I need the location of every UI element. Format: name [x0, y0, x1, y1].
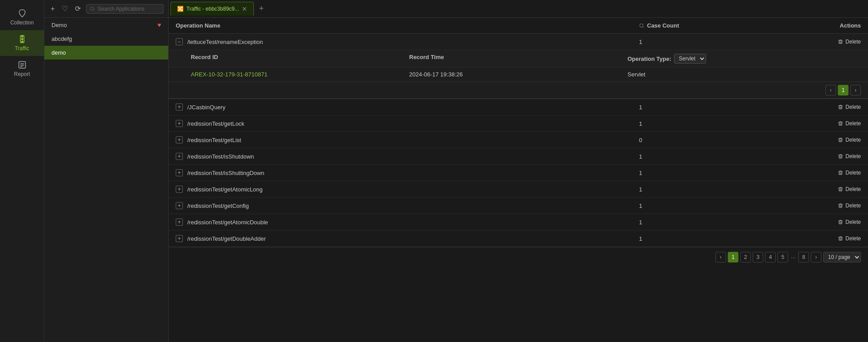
- nav-item-demo-active[interactable]: demo: [44, 46, 168, 60]
- next-page-button[interactable]: ›: [811, 252, 821, 262]
- expanded-delete-label: Delete: [845, 39, 861, 45]
- row-delete-button[interactable]: Delete: [728, 235, 861, 242]
- table-row[interactable]: + /redissionTest/getList 0 Delete: [169, 132, 868, 148]
- table-row[interactable]: + /redissionTest/getAtomicDouble 1 Delet…: [169, 214, 868, 231]
- favorite-button[interactable]: ♡: [60, 4, 70, 14]
- traffic-icon: [18, 35, 27, 44]
- page-5-button[interactable]: 5: [777, 252, 788, 262]
- tab-bar: 🔀 Traffic - ebbc3b89c9... ✕ +: [169, 0, 868, 18]
- table-row[interactable]: + /redissionTest/getAtomicLong 1 Delete: [169, 181, 868, 198]
- row-delete-button[interactable]: Delete: [728, 137, 861, 143]
- row-delete-button[interactable]: Delete: [728, 219, 861, 225]
- trash-icon: [838, 236, 843, 241]
- expand-button[interactable]: +: [176, 186, 183, 193]
- tab-icon: 🔀: [177, 6, 184, 12]
- row-operation-cell: + /redissionTest/getAtomicLong: [176, 186, 639, 193]
- sidebar-item-collection[interactable]: Collection: [0, 4, 44, 30]
- record-id-link[interactable]: AREX-10-32-179-31-8710871: [191, 71, 409, 78]
- expand-button[interactable]: +: [176, 219, 183, 226]
- page-4-button[interactable]: 4: [765, 252, 776, 262]
- sidebar-report-label: Report: [14, 71, 30, 77]
- svg-rect-4: [19, 62, 25, 68]
- nav-demo-active-label: demo: [51, 49, 66, 56]
- row-case-count: 1: [639, 203, 728, 209]
- sidebar-item-report[interactable]: Report: [0, 56, 44, 82]
- inner-table-header: Record ID Record Time Operation Type: Se…: [169, 50, 868, 68]
- row-delete-label: Delete: [845, 219, 861, 225]
- svg-point-8: [91, 7, 94, 10]
- sidebar-collection-label: Collection: [10, 20, 34, 26]
- trash-icon: [838, 170, 843, 175]
- th-actions: Actions: [728, 22, 861, 29]
- tab-add-button[interactable]: +: [256, 4, 268, 13]
- table-row[interactable]: + /JCasbinQuery 1 Delete: [169, 99, 868, 115]
- row-delete-button[interactable]: Delete: [728, 203, 861, 209]
- page-2-button[interactable]: 2: [740, 252, 751, 262]
- per-page-select[interactable]: 10 / page 20 / page 50 / page: [823, 252, 861, 262]
- row-case-count: 0: [639, 137, 728, 143]
- row-delete-button[interactable]: Delete: [728, 104, 861, 110]
- inner-prev-page[interactable]: ‹: [825, 85, 836, 95]
- th-case: Case Count: [639, 22, 728, 29]
- collapse-button[interactable]: −: [176, 38, 183, 45]
- table-row[interactable]: + /redissionTest/getLock 1 Delete: [169, 115, 868, 132]
- trash-icon: [838, 154, 843, 159]
- prev-page-button[interactable]: ‹: [715, 252, 726, 262]
- sidebar: Collection Traffic Report: [0, 0, 44, 342]
- inner-table: Record ID Record Time Operation Type: Se…: [169, 50, 868, 99]
- tab-close-button[interactable]: ✕: [242, 6, 247, 12]
- inner-pagination: ‹ 1 ›: [169, 82, 868, 99]
- inner-next-page[interactable]: ›: [850, 85, 861, 95]
- row-delete-button[interactable]: Delete: [728, 153, 861, 159]
- row-case-count: 1: [639, 104, 728, 111]
- row-delete-label: Delete: [845, 203, 861, 209]
- nav-item-demo[interactable]: Demo ♥: [44, 18, 168, 32]
- expand-button[interactable]: +: [176, 103, 183, 111]
- table-row[interactable]: + /redissionTest/isShuttingDown 1 Delete: [169, 165, 868, 181]
- inner-table-row: AREX-10-32-179-31-8710871 2024-06-17 19:…: [169, 68, 868, 82]
- add-button[interactable]: +: [49, 4, 56, 14]
- inner-page-1[interactable]: 1: [838, 85, 848, 95]
- search-box: [86, 4, 164, 14]
- search-input[interactable]: [98, 6, 160, 12]
- favorite-icon: ♥: [158, 21, 161, 28]
- nav-demo-label: Demo: [51, 22, 67, 28]
- expanded-delete-button[interactable]: Delete: [728, 39, 861, 45]
- svg-point-10: [640, 24, 643, 27]
- operation-type-select[interactable]: Servlet HTTP Dubbo: [674, 54, 706, 64]
- trash-icon: [838, 39, 843, 44]
- row-delete-label: Delete: [845, 137, 861, 143]
- row-delete-button[interactable]: Delete: [728, 170, 861, 176]
- table-rows: + /JCasbinQuery 1 Delete + /redissionTes…: [169, 99, 868, 247]
- main-pagination: ‹ 1 2 3 4 5 ··· 8 › 10 / page 20 / page …: [169, 247, 868, 267]
- nav-item-abcdefg[interactable]: abcdefg: [44, 32, 168, 46]
- page-3-button[interactable]: 3: [753, 252, 763, 262]
- table-row[interactable]: + /redissionTest/getDoubleAdder 1 Delete: [169, 231, 868, 247]
- row-operation-name: /redissionTest/getAtomicLong: [187, 186, 263, 193]
- refresh-button[interactable]: ⟳: [73, 4, 83, 14]
- row-delete-button[interactable]: Delete: [728, 186, 861, 192]
- expand-button[interactable]: +: [176, 202, 183, 209]
- table-row[interactable]: + /redissionTest/getConfig 1 Delete: [169, 198, 868, 214]
- sidebar-item-traffic[interactable]: Traffic: [0, 30, 44, 56]
- expand-button[interactable]: +: [176, 235, 183, 242]
- table-row[interactable]: + /redissionTest/isShutdown 1 Delete: [169, 148, 868, 165]
- row-delete-label: Delete: [845, 235, 861, 242]
- row-delete-label: Delete: [845, 153, 861, 159]
- search-case-icon: [639, 23, 644, 28]
- table-area: Operation Name Case Count Actions − /let…: [169, 18, 868, 342]
- trash-icon: [838, 104, 843, 110]
- last-page-button[interactable]: 8: [798, 252, 809, 262]
- row-operation-cell: + /redissionTest/getDoubleAdder: [176, 235, 639, 242]
- expand-button[interactable]: +: [176, 153, 183, 160]
- th-operation: Operation Name: [176, 22, 639, 29]
- page-1-button[interactable]: 1: [728, 252, 738, 262]
- traffic-tab[interactable]: 🔀 Traffic - ebbc3b89c9... ✕: [170, 2, 254, 16]
- middle-toolbar: + ♡ ⟳: [44, 0, 168, 18]
- expand-button[interactable]: +: [176, 136, 183, 143]
- expand-button[interactable]: +: [176, 120, 183, 127]
- row-delete-button[interactable]: Delete: [728, 120, 861, 127]
- row-operation-cell: + /redissionTest/getAtomicDouble: [176, 219, 639, 226]
- row-operation-cell: + /redissionTest/isShutdown: [176, 153, 639, 160]
- expand-button[interactable]: +: [176, 169, 183, 176]
